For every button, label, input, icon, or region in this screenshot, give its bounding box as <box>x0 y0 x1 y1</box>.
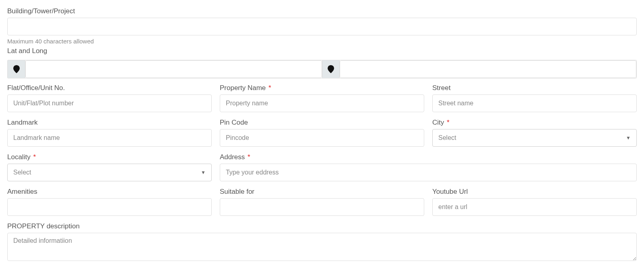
address-label-text: Address <box>220 153 245 161</box>
locality-label: Locality * <box>7 153 212 161</box>
address-input[interactable] <box>220 164 637 181</box>
amenities-label: Amenities <box>7 188 212 196</box>
building-helper: Maximum 40 characters allowed <box>7 38 637 45</box>
description-textarea[interactable] <box>7 233 637 261</box>
locality-select-value: Select <box>13 169 31 176</box>
pincode-input[interactable] <box>220 129 424 147</box>
city-select-value: Select <box>438 134 456 142</box>
map-pin-icon <box>8 60 25 78</box>
lat-cell <box>8 60 322 78</box>
latlong-row <box>7 60 637 78</box>
latlong-label: Lat and Long <box>7 47 637 55</box>
required-marker: * <box>268 84 271 92</box>
landmark-input[interactable] <box>7 129 212 147</box>
map-pin-icon <box>322 60 340 78</box>
city-select[interactable]: Select ▼ <box>432 129 637 147</box>
caret-down-icon: ▼ <box>626 135 631 141</box>
required-marker: * <box>248 153 250 161</box>
building-input[interactable] <box>7 18 637 35</box>
long-cell <box>322 60 636 78</box>
required-marker: * <box>447 119 450 126</box>
city-label: City * <box>432 119 637 127</box>
address-label: Address * <box>220 153 637 161</box>
landmark-label: Landmark <box>7 119 212 127</box>
amenities-input[interactable] <box>7 198 212 216</box>
property-name-label-text: Property Name <box>220 84 266 92</box>
unit-label: Flat/Office/Unit No. <box>7 84 212 92</box>
street-input[interactable] <box>432 94 637 112</box>
pincode-label: Pin Code <box>220 119 424 127</box>
lat-input[interactable] <box>25 60 322 78</box>
youtube-label: Youtube Url <box>432 188 637 196</box>
locality-label-text: Locality <box>7 153 31 161</box>
suitable-input[interactable] <box>220 198 424 216</box>
city-label-text: City <box>432 119 444 126</box>
long-input[interactable] <box>340 60 636 78</box>
caret-down-icon: ▼ <box>201 170 206 175</box>
required-marker: * <box>33 153 36 161</box>
youtube-input[interactable] <box>432 198 637 216</box>
building-label: Building/Tower/Project <box>7 7 637 15</box>
description-label: PROPERTY description <box>7 222 637 230</box>
locality-select[interactable]: Select ▼ <box>7 164 212 181</box>
suitable-label: Suitable for <box>220 188 424 196</box>
unit-input[interactable] <box>7 94 212 112</box>
street-label: Street <box>432 84 637 92</box>
property-name-input[interactable] <box>220 94 424 112</box>
property-name-label: Property Name * <box>220 84 424 92</box>
